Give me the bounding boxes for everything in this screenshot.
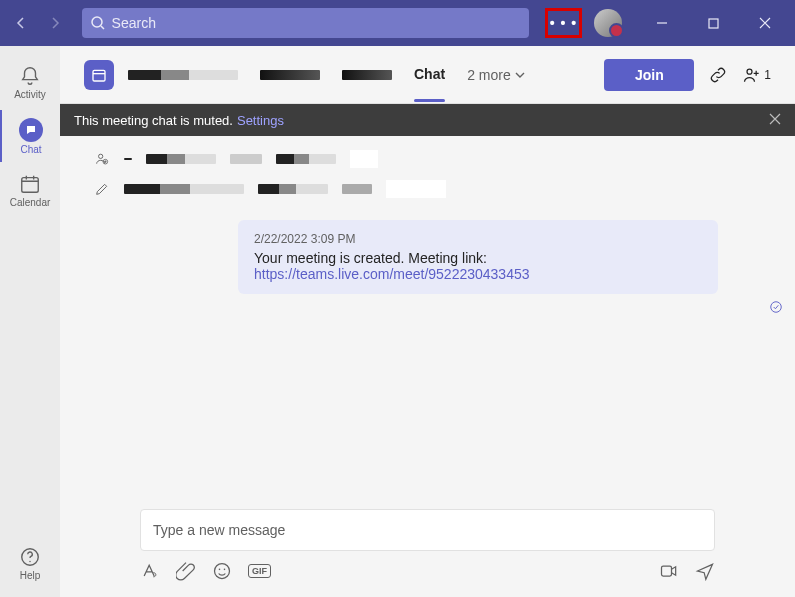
notes-row (94, 180, 761, 198)
message-body: Your meeting is created. Meeting link: (254, 250, 702, 266)
svg-point-7 (99, 154, 103, 158)
svg-point-10 (215, 564, 230, 579)
message-card: 2/22/2022 3:09 PM Your meeting is create… (238, 220, 718, 294)
close-window-button[interactable] (743, 1, 787, 45)
join-button[interactable]: Join (604, 59, 694, 91)
ellipsis-icon: • • • (550, 15, 577, 31)
meeting-link[interactable]: https://teams.live.com/meet/952223043345… (254, 266, 530, 282)
rail-calendar[interactable]: Calendar (0, 164, 60, 216)
header-tab-redacted-1[interactable] (260, 70, 320, 80)
emoji-icon[interactable] (212, 561, 232, 581)
message-timestamp: 2/22/2022 3:09 PM (254, 232, 702, 246)
tab-chat[interactable]: Chat (414, 66, 445, 84)
svg-point-9 (771, 302, 782, 313)
attendee-name-redacted-2 (276, 154, 336, 164)
tabs-more-button[interactable]: 2 more (467, 67, 525, 83)
svg-point-6 (747, 69, 752, 74)
muted-banner: This meeting chat is muted. Settings (60, 104, 795, 136)
attendees-row (94, 150, 761, 168)
main-area: Chat 2 more Join 1 This meeting chat is … (60, 46, 795, 597)
rail-chat[interactable]: Chat (0, 110, 60, 162)
banner-text: This meeting chat is muted. (74, 113, 233, 128)
composer: Type a new message GIF (60, 499, 795, 597)
svg-rect-1 (709, 19, 718, 28)
format-icon[interactable] (140, 561, 160, 581)
gif-button[interactable]: GIF (248, 564, 271, 578)
meeting-detail-redacted-1 (124, 184, 244, 194)
message-group: 2/22/2022 3:09 PM Your meeting is create… (238, 220, 761, 318)
profile-avatar[interactable] (594, 9, 622, 37)
banner-settings-link[interactable]: Settings (237, 113, 284, 128)
composer-toolbar: GIF (140, 561, 715, 581)
meeting-detail-redacted-2 (258, 184, 328, 194)
rail-help[interactable]: Help (0, 537, 60, 589)
rail-chat-label: Chat (20, 144, 41, 155)
message-input-placeholder: Type a new message (153, 522, 285, 538)
add-people-icon[interactable] (94, 151, 110, 167)
svg-point-12 (224, 569, 226, 571)
back-button[interactable] (8, 10, 34, 36)
app-rail: Activity Chat Calendar Help (0, 46, 60, 597)
chat-icon (19, 118, 43, 142)
participant-count: 1 (764, 68, 771, 82)
rail-help-label: Help (20, 570, 41, 581)
chat-header: Chat 2 more Join 1 (60, 46, 795, 104)
svg-point-0 (92, 17, 102, 27)
more-options-button[interactable]: • • • (545, 8, 583, 38)
meet-now-icon[interactable] (659, 561, 679, 581)
maximize-button[interactable] (692, 1, 736, 45)
header-title-group: Chat 2 more (128, 66, 525, 84)
edit-icon[interactable] (94, 181, 110, 197)
attach-icon[interactable] (176, 561, 196, 581)
meeting-title-redacted (128, 70, 238, 80)
minimize-button[interactable] (640, 1, 684, 45)
chevron-down-icon (515, 70, 525, 80)
banner-close-button[interactable] (769, 113, 781, 128)
meeting-icon (84, 60, 114, 90)
attendee-name-redacted-1 (146, 154, 216, 164)
rail-activity[interactable]: Activity (0, 56, 60, 108)
people-icon (742, 65, 762, 85)
header-tab-redacted-2[interactable] (342, 70, 392, 80)
send-button[interactable] (695, 561, 715, 581)
rail-activity-label: Activity (14, 89, 46, 100)
search-placeholder: Search (112, 15, 156, 31)
search-input[interactable]: Search (82, 8, 529, 38)
svg-point-11 (219, 569, 221, 571)
rail-calendar-label: Calendar (10, 197, 51, 208)
svg-rect-2 (22, 177, 39, 192)
title-bar: Search • • • (0, 0, 795, 46)
svg-point-4 (29, 560, 30, 561)
copy-link-icon[interactable] (708, 65, 728, 85)
svg-rect-5 (93, 70, 105, 81)
participants-button[interactable]: 1 (742, 65, 771, 85)
forward-button[interactable] (42, 10, 68, 36)
message-input[interactable]: Type a new message (140, 509, 715, 551)
chat-content: 2/22/2022 3:09 PM Your meeting is create… (60, 136, 795, 499)
svg-rect-13 (662, 566, 672, 576)
read-receipt-icon (238, 300, 783, 318)
